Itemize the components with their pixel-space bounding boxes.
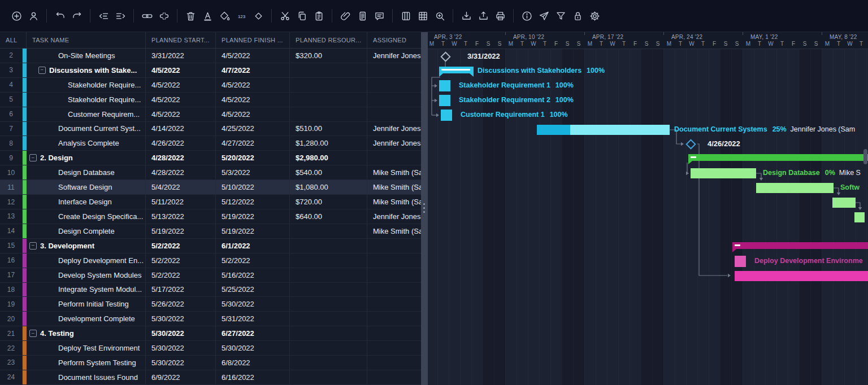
column-header-all[interactable]: ALL xyxy=(0,32,27,48)
row-number[interactable]: 6 xyxy=(0,107,23,121)
user-icon[interactable] xyxy=(25,7,42,24)
copy-icon[interactable] xyxy=(293,7,310,24)
vertical-scrollbar[interactable] xyxy=(863,149,867,164)
lock-icon[interactable] xyxy=(569,7,586,24)
collapse-toggle-icon[interactable]: − xyxy=(29,330,37,337)
send-icon[interactable] xyxy=(535,7,552,24)
table-row[interactable]: 6Customer Requirem...4/5/20224/5/2022 xyxy=(0,107,421,122)
number-format-icon[interactable]: 123 xyxy=(233,7,250,24)
table-row[interactable]: 24Document Issues Found6/9/20226/16/2022 xyxy=(0,370,421,385)
table-row[interactable]: 20Development Complete5/30/20225/31/2022 xyxy=(0,312,421,326)
row-number[interactable]: 17 xyxy=(0,268,23,282)
task-bar[interactable] xyxy=(756,183,834,193)
table-row[interactable]: 17Develop System Modules5/2/20225/16/202… xyxy=(0,268,421,283)
column-header-planned-finish[interactable]: PLANNED FINISH ... xyxy=(216,32,290,48)
row-number[interactable]: 8 xyxy=(0,136,23,150)
row-number[interactable]: 7 xyxy=(0,122,23,136)
link-icon[interactable] xyxy=(138,7,155,24)
table-row[interactable]: 16Deploy Development En...5/2/20225/2/20… xyxy=(0,253,421,268)
row-number[interactable]: 9 xyxy=(0,151,23,165)
row-number[interactable]: 23 xyxy=(0,356,23,370)
task-bar[interactable] xyxy=(854,212,865,222)
table-row[interactable]: 11Software Design5/4/20225/10/2022$1,080… xyxy=(0,180,421,195)
row-number[interactable]: 4 xyxy=(0,78,23,92)
row-number[interactable]: 2 xyxy=(0,49,23,63)
table-row[interactable]: 8Analysis Complete4/26/20224/27/2022$1,2… xyxy=(0,136,421,151)
table-row[interactable]: 12Interface Design5/11/20225/12/2022$720… xyxy=(0,195,421,209)
table-row[interactable]: 14Design Complete5/19/20225/19/2022Mike … xyxy=(0,224,421,239)
column-header-task-name[interactable]: TASK NAME xyxy=(27,32,146,48)
outdent-icon[interactable] xyxy=(95,7,112,24)
redo-icon[interactable] xyxy=(68,7,85,24)
row-number[interactable]: 14 xyxy=(0,224,23,238)
collapse-toggle-icon[interactable]: − xyxy=(29,154,37,161)
diamond-shape-icon[interactable] xyxy=(250,7,267,24)
paste-icon[interactable] xyxy=(310,7,327,24)
grid-view-icon[interactable] xyxy=(414,7,431,24)
task-bar[interactable] xyxy=(439,95,450,106)
pane-splitter[interactable] xyxy=(421,32,428,385)
settings-icon[interactable] xyxy=(586,7,603,24)
font-color-icon[interactable] xyxy=(199,7,216,24)
column-header-assigned[interactable]: ASSIGNED xyxy=(367,32,421,48)
collapse-toggle-icon[interactable]: − xyxy=(38,67,46,74)
task-bar[interactable] xyxy=(832,198,856,208)
row-number[interactable]: 11 xyxy=(0,180,23,194)
print-icon[interactable] xyxy=(492,7,509,24)
task-bar[interactable] xyxy=(439,80,450,91)
table-row[interactable]: 22Deploy Test Environment5/30/20225/30/2… xyxy=(0,341,421,356)
row-number[interactable]: 12 xyxy=(0,195,23,209)
milestone-diamond[interactable] xyxy=(440,51,450,62)
table-row[interactable]: 13Create Design Specifica...5/13/20225/1… xyxy=(0,209,421,224)
row-number[interactable]: 13 xyxy=(0,209,23,224)
table-row[interactable]: 7Document Current Syst...4/14/20224/25/2… xyxy=(0,122,421,137)
table-row[interactable]: 9−2. Design4/28/20225/20/2022$2,980.00 xyxy=(0,151,421,165)
collapse-toggle-icon[interactable]: − xyxy=(29,242,37,250)
row-number[interactable]: 10 xyxy=(0,165,23,180)
row-number[interactable]: 24 xyxy=(0,370,23,384)
table-row[interactable]: 4Stakeholder Require...4/5/20224/5/2022 xyxy=(0,78,421,93)
column-header-planned-resource[interactable]: PLANNED RESOUR... xyxy=(290,32,367,48)
row-number[interactable]: 20 xyxy=(0,312,23,326)
table-row[interactable]: 3−Discussions with Stake...4/5/20224/7/2… xyxy=(0,63,421,78)
table-row[interactable]: 5Stakeholder Require...4/5/20224/5/2022 xyxy=(0,93,421,107)
gantt-chart-area[interactable]: 3/31/2022Discussions with Stakeholders10… xyxy=(428,49,868,385)
import-icon[interactable] xyxy=(458,7,475,24)
cut-icon[interactable] xyxy=(276,7,293,24)
filter-icon[interactable] xyxy=(552,7,569,24)
unlink-icon[interactable] xyxy=(155,7,172,24)
table-row[interactable]: 2On-Site Meetings3/31/20224/5/2022$320.0… xyxy=(0,49,421,63)
column-header-planned-start[interactable]: PLANNED START... xyxy=(146,32,216,48)
row-number[interactable]: 3 xyxy=(0,63,23,77)
row-number[interactable]: 16 xyxy=(0,253,23,268)
row-number[interactable]: 15 xyxy=(0,239,23,253)
table-row[interactable]: 10Design Database4/28/20225/3/2022$540.0… xyxy=(0,165,421,180)
row-number[interactable]: 5 xyxy=(0,93,23,107)
row-number[interactable]: 19 xyxy=(0,297,23,311)
task-bar[interactable] xyxy=(691,168,756,178)
milestone-diamond[interactable] xyxy=(685,139,696,149)
info-icon[interactable] xyxy=(518,7,535,24)
fill-color-icon[interactable] xyxy=(216,7,233,24)
task-bar[interactable] xyxy=(537,125,670,135)
table-row[interactable]: 21−4. Testing5/30/20226/27/2022 xyxy=(0,326,421,341)
table-row[interactable]: 15−3. Development5/2/20226/1/2022 xyxy=(0,239,421,253)
summary-bar[interactable] xyxy=(688,154,868,161)
indent-icon[interactable] xyxy=(112,7,129,24)
summary-bar[interactable] xyxy=(439,67,474,73)
comment-icon[interactable] xyxy=(371,7,388,24)
row-number[interactable]: 22 xyxy=(0,341,23,355)
table-row[interactable]: 19Perform Initial Testing5/26/20225/30/2… xyxy=(0,297,421,312)
trash-icon[interactable] xyxy=(182,7,199,24)
table-row[interactable]: 23Perform System Testing5/30/20226/8/202… xyxy=(0,356,421,370)
summary-bar[interactable] xyxy=(732,242,868,249)
zoom-in-icon[interactable] xyxy=(431,7,448,24)
task-bar[interactable] xyxy=(441,110,452,121)
notes-icon[interactable] xyxy=(354,7,371,24)
row-number[interactable]: 21 xyxy=(0,326,23,340)
task-bar[interactable] xyxy=(735,256,746,267)
undo-icon[interactable] xyxy=(51,7,68,24)
task-bar[interactable] xyxy=(735,271,868,281)
side-panel-icon[interactable] xyxy=(397,7,414,24)
attachment-icon[interactable] xyxy=(337,7,354,24)
